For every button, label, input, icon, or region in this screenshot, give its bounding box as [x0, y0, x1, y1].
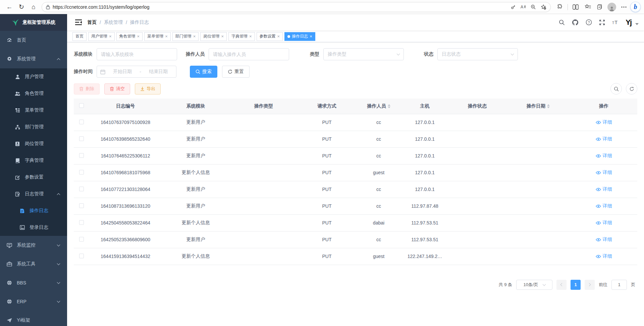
sidebar-item-parameter-settings[interactable]: 参数设置 [0, 169, 67, 186]
operator-input[interactable] [209, 48, 289, 60]
url-text[interactable]: https://ccnetcore.com:1101/system/log/op… [53, 4, 508, 10]
sidebar-item-bbs[interactable]: BBS [0, 273, 67, 292]
tab-close-icon[interactable]: × [277, 34, 280, 39]
tab-close-icon[interactable]: × [193, 34, 196, 39]
page-size-select[interactable]: 10条/页 [516, 280, 552, 290]
row-checkbox[interactable] [79, 136, 84, 141]
tab-role-management[interactable]: 角色管理× [116, 32, 143, 41]
delete-button[interactable]: 删除 [74, 83, 100, 94]
sidebar-item-home[interactable]: 首页 [0, 31, 67, 50]
row-checkbox[interactable] [79, 187, 84, 191]
breadcrumb-section[interactable]: 系统管理 [104, 19, 123, 25]
detail-link[interactable]: 详细 [596, 253, 612, 259]
collections-icon[interactable] [594, 2, 605, 12]
tab-home[interactable]: 首页 [72, 32, 87, 41]
search-button[interactable]: 搜索 [190, 66, 217, 78]
sidebar-collapse-button[interactable] [72, 16, 85, 28]
status-select[interactable]: 日志状态 [437, 48, 518, 60]
favorite-add-icon[interactable] [538, 3, 548, 11]
type-select[interactable]: 操作类型 [323, 48, 404, 60]
tab-user-management[interactable]: 用户管理× [88, 32, 115, 41]
prev-page-button[interactable] [556, 280, 567, 290]
date-range-picker[interactable]: 开始日期 - 结束日期 [97, 66, 176, 78]
avatar-dropdown-caret[interactable] [635, 23, 639, 25]
tab-close-icon[interactable]: × [137, 34, 140, 39]
detail-link[interactable]: 详细 [596, 136, 612, 142]
next-page-button[interactable] [585, 280, 595, 290]
user-avatar-logo[interactable]: Yj [626, 18, 631, 27]
sort-icon[interactable] [388, 104, 390, 108]
browser-back-button[interactable]: ← [3, 2, 15, 12]
password-key-icon[interactable] [508, 3, 518, 11]
clear-button[interactable]: 清空 [104, 83, 130, 94]
export-button[interactable]: 导出 [135, 83, 161, 94]
browser-home-button[interactable]: ⌂ [28, 2, 40, 12]
tab-close-icon[interactable]: × [221, 34, 224, 39]
sidebar-item-system-management[interactable]: 系统管理 [0, 50, 67, 68]
end-date-placeholder[interactable]: 结束日期 [144, 69, 173, 75]
sidebar-item-system-monitor[interactable]: 系统监控 [0, 236, 67, 255]
app-logo[interactable]: 意框架管理系统 [0, 14, 67, 31]
tab-close-icon[interactable]: × [109, 34, 112, 39]
zoom-out-icon[interactable] [528, 3, 538, 11]
header-search-icon[interactable] [558, 19, 565, 26]
detail-link[interactable]: 详细 [596, 119, 612, 125]
browser-refresh-button[interactable]: ↻ [15, 2, 28, 12]
detail-link[interactable]: 详细 [596, 170, 612, 176]
sidebar-item-system-tools[interactable]: 系统工具 [0, 255, 67, 273]
profile-avatar[interactable] [606, 2, 618, 12]
select-all-checkbox[interactable] [79, 103, 84, 108]
tab-close-icon[interactable]: × [310, 34, 312, 39]
sidebar-item-user-management[interactable]: 用户管理 [0, 68, 67, 85]
table-search-toggle-button[interactable] [610, 83, 622, 94]
tab-close-icon[interactable]: × [249, 34, 252, 39]
fullscreen-icon[interactable] [599, 19, 605, 26]
sidebar-item-department-management[interactable]: 部门管理 [0, 119, 67, 135]
row-checkbox[interactable] [79, 203, 84, 208]
detail-link[interactable]: 详细 [596, 220, 612, 226]
row-checkbox[interactable] [79, 120, 84, 124]
tab-parameter-settings[interactable]: 参数设置× [257, 32, 283, 41]
sidebar-item-log-management[interactable]: 日志管理 [0, 186, 67, 202]
column-operator[interactable]: 操作人员 [356, 99, 401, 114]
bing-sidebar-icon[interactable]: b [630, 2, 641, 12]
start-date-placeholder[interactable]: 开始日期 [108, 69, 137, 75]
reset-button[interactable]: 重置 [222, 66, 250, 78]
read-aloud-icon[interactable]: A [518, 3, 528, 11]
sidebar-item-login-log[interactable]: 登录日志 [0, 219, 67, 236]
sidebar-item-menu-management[interactable]: 菜单管理 [0, 102, 67, 119]
sidebar-item-role-management[interactable]: 角色管理 [0, 85, 67, 102]
sidebar-item-erp[interactable]: ERP [0, 292, 67, 311]
help-icon[interactable]: ? [585, 19, 592, 26]
extensions-icon[interactable] [554, 2, 566, 12]
detail-link[interactable]: 详细 [596, 237, 612, 243]
row-checkbox[interactable] [79, 170, 84, 175]
more-options-icon[interactable] [618, 2, 630, 12]
detail-link[interactable]: 详细 [596, 203, 612, 209]
row-checkbox[interactable] [79, 153, 84, 158]
address-bar[interactable]: https://ccnetcore.com:1101/system/log/op… [42, 2, 551, 12]
table-refresh-button[interactable] [626, 83, 637, 94]
row-checkbox[interactable] [79, 220, 84, 225]
sidebar-item-yi-framework[interactable]: Yi框架 [0, 311, 67, 326]
tab-dictionary-management[interactable]: 字典管理× [228, 32, 255, 41]
font-size-icon[interactable]: TT [612, 19, 619, 26]
goto-page-input[interactable] [611, 280, 627, 290]
column-op-date[interactable]: 操作日期 [506, 99, 570, 114]
detail-link[interactable]: 详细 [596, 153, 612, 159]
page-number-1[interactable]: 1 [571, 280, 581, 290]
tab-department-management[interactable]: 部门管理× [172, 32, 199, 41]
sidebar-item-dictionary-management[interactable]: 字典管理 [0, 152, 67, 169]
module-input[interactable] [97, 48, 177, 60]
breadcrumb-home[interactable]: 首页 [87, 19, 97, 25]
row-checkbox[interactable] [79, 237, 84, 242]
sidebar-item-operation-log[interactable]: 操作日志 [0, 202, 67, 219]
github-icon[interactable] [572, 19, 579, 26]
split-screen-icon[interactable] [570, 2, 581, 12]
detail-link[interactable]: 详细 [596, 186, 612, 192]
sort-icon[interactable] [547, 104, 550, 108]
row-checkbox[interactable] [79, 254, 84, 258]
tab-close-icon[interactable]: × [165, 34, 168, 39]
tab-operation-log[interactable]: 操作日志× [284, 32, 315, 41]
favorites-bar-icon[interactable] [582, 2, 593, 12]
